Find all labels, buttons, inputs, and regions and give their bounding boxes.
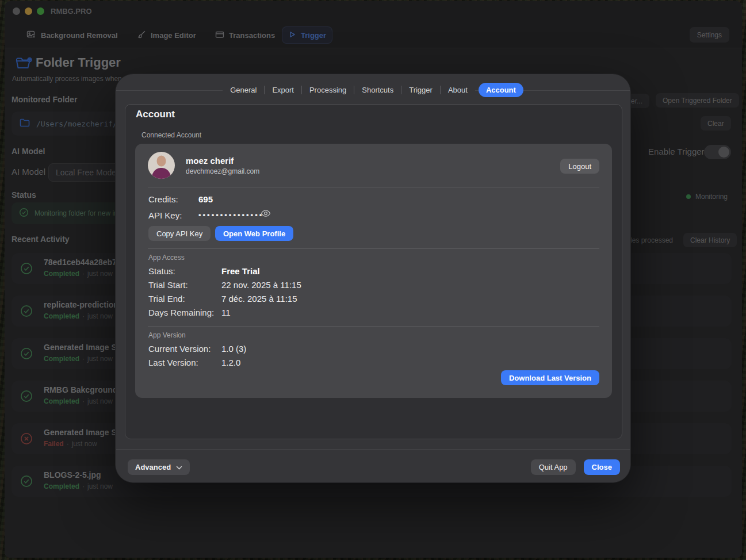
- tab-account[interactable]: Account: [479, 83, 523, 97]
- tab-trigger[interactable]: Trigger: [401, 83, 440, 97]
- account-card: moez cherif devchmoez@gmail.com Logout C…: [135, 144, 612, 398]
- logout-button[interactable]: Logout: [560, 159, 599, 174]
- trial-start-value: 22 nov. 2025 à 11:15: [221, 280, 301, 290]
- access-status-label: Status:: [148, 266, 175, 276]
- copy-api-key-label: Copy API Key: [156, 229, 202, 238]
- settings-tabs: General Export Processing Shortcuts Trig…: [116, 83, 630, 97]
- chevron-down-icon: [176, 463, 182, 471]
- current-version-value: 1.0 (3): [221, 344, 246, 354]
- api-key-masked: •••••••••••••••: [198, 210, 263, 219]
- account-section-title: Account: [136, 109, 175, 120]
- close-label: Close: [592, 463, 612, 471]
- download-last-version-button[interactable]: Download Last Version: [501, 370, 599, 385]
- quit-app-button[interactable]: Quit App: [531, 459, 576, 475]
- user-name: moez cherif: [186, 156, 234, 166]
- trial-end-label: Trial End:: [148, 294, 185, 304]
- reveal-api-key-icon[interactable]: [261, 209, 271, 220]
- copy-api-key-button[interactable]: Copy API Key: [148, 226, 211, 241]
- connected-account-label: Connected Account: [141, 131, 201, 139]
- tab-general[interactable]: General: [223, 83, 264, 97]
- credits-label: Credits:: [148, 194, 178, 204]
- tab-export[interactable]: Export: [265, 83, 301, 97]
- advanced-dropdown[interactable]: Advanced: [128, 459, 190, 475]
- divider: [148, 248, 599, 249]
- divider: [148, 187, 599, 187]
- api-key-label: API Key:: [148, 210, 182, 220]
- download-label: Download Last Version: [509, 374, 591, 382]
- days-remaining-value: 11: [221, 308, 231, 317]
- trial-start-label: Trial Start:: [148, 280, 188, 290]
- advanced-label: Advanced: [135, 463, 171, 471]
- close-button[interactable]: Close: [584, 459, 620, 475]
- credits-value: 695: [198, 194, 213, 204]
- last-version-label: Last Version:: [148, 358, 198, 367]
- tab-shortcuts[interactable]: Shortcuts: [354, 83, 401, 97]
- tab-processing[interactable]: Processing: [302, 83, 354, 97]
- user-email: devchmoez@gmail.com: [186, 167, 259, 175]
- open-web-profile-label: Open Web Profile: [223, 229, 285, 238]
- days-remaining-label: Days Remaining:: [148, 308, 214, 317]
- avatar: [148, 152, 175, 179]
- app-version-heading: App Version: [148, 331, 186, 339]
- app-access-heading: App Access: [148, 254, 185, 262]
- trial-end-value: 7 déc. 2025 à 11:15: [221, 294, 297, 304]
- footer-buttons: Quit App Close: [531, 459, 620, 475]
- divider: [148, 326, 599, 327]
- quit-app-label: Quit App: [539, 463, 568, 471]
- tab-about[interactable]: About: [441, 83, 475, 97]
- access-status-value: Free Trial: [221, 266, 260, 276]
- account-panel: Account Connected Account moez cherif de…: [125, 104, 622, 439]
- logout-label: Logout: [568, 162, 591, 171]
- open-web-profile-button[interactable]: Open Web Profile: [215, 226, 293, 241]
- footer-divider-line: [116, 449, 630, 450]
- settings-modal: General Export Processing Shortcuts Trig…: [115, 74, 631, 483]
- current-version-label: Current Version:: [148, 344, 211, 354]
- last-version-value: 1.2.0: [221, 358, 240, 367]
